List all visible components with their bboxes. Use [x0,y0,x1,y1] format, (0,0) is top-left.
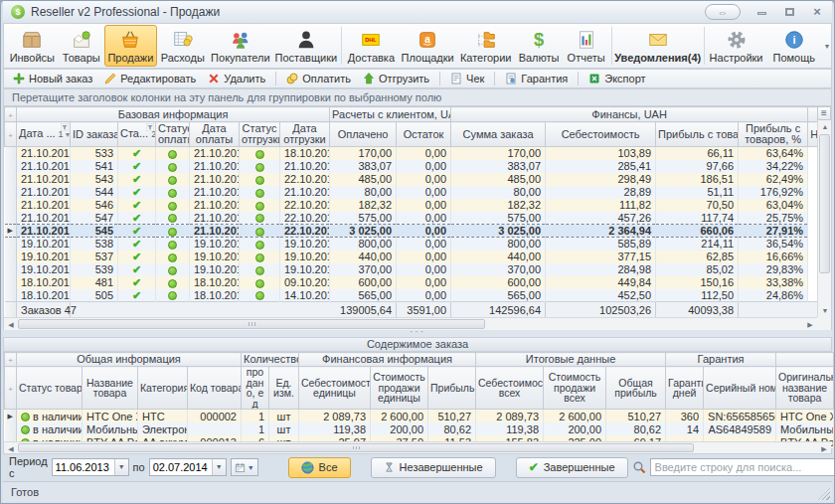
date-from-input[interactable] [53,461,114,473]
column-header-original-name[interactable]: Оригинальное название товара [776,367,834,410]
scroll-down-icon[interactable]: ▼ [818,304,832,317]
search-input[interactable] [650,458,835,476]
cell: 360 [666,410,704,423]
column-header-total-price[interactable]: Стоимость продажи всех [544,367,606,410]
column-header-cost[interactable]: Себестоимость [546,122,656,147]
column-header-item-code[interactable]: Код товара [188,367,242,410]
tab-invoices[interactable]: Инвойсы [6,25,59,67]
column-header-order-id[interactable]: ID заказа [71,122,118,147]
close-button[interactable]: × [810,6,824,18]
tab-currencies[interactable]: $ Валюты [515,25,564,67]
calendar-preset-button[interactable]: ▼ [231,458,258,476]
column-header-total-cost[interactable]: Себестоимость всех [476,367,544,410]
column-header-profit-percent[interactable]: Прибыль с товаров, % [739,122,808,147]
filter-icon[interactable] [61,123,69,131]
receipt-button[interactable]: Чек [445,72,489,85]
column-header-paid[interactable]: Оплачено [330,122,397,147]
filter-unfinished-button[interactable]: Незавершенные [371,457,496,478]
filter-all-button[interactable]: Все [288,457,351,478]
toolbar-separator [275,72,276,85]
column-header-payment-status[interactable]: Статус оплаты [156,122,190,147]
tab-categories[interactable]: Категории [457,25,515,67]
order-row[interactable]: 19.10.2013538✔19.10.201319.10.2013800,00… [5,238,820,251]
column-header-remainder[interactable]: Остаток [397,122,451,147]
column-header-payment-date[interactable]: Дата оплаты [190,122,240,147]
scrollbar-thumb[interactable] [18,443,694,452]
column-header-warranty-days[interactable]: Гарантия, дней [666,367,704,410]
order-item-row[interactable]: в наличииМобильный роутерЭлектроника1шт1… [5,422,834,435]
scrollbar-thumb[interactable] [819,134,830,273]
order-row[interactable]: 21.10.2013533✔21.10.201318.10.2013170,00… [5,147,820,160]
filter-finished-button[interactable]: ✔ Завершенные [516,457,628,478]
column-header-profit[interactable]: Прибыль с товаров [656,122,739,147]
tab-suppliers[interactable]: Поставщики [272,25,339,67]
ui-mode-toggle-icon[interactable]: ⇔ [705,4,741,20]
column-header-item-profit[interactable]: Прибыль [428,367,476,410]
tab-products[interactable]: Товары [59,25,104,67]
pay-button[interactable]: Оплатить [281,72,356,85]
tab-expenses[interactable]: Расходы [157,25,209,67]
date-from-picker[interactable]: ▼ [52,458,129,476]
cell: 150,16 [656,276,739,289]
date-to-picker[interactable]: ▼ [149,458,227,476]
ship-button[interactable]: Отгрузить [358,72,434,85]
order-row[interactable]: 18.10.2013481✔18.10.201309.10.2013600,00… [5,276,820,289]
tab-customers[interactable]: Покупатели [209,25,273,67]
column-header-unit[interactable]: Ед. изм. [269,367,299,410]
tab-reports[interactable]: Отчеты [563,25,608,67]
date-to-input[interactable] [150,461,212,473]
order-row[interactable]: 21.10.2013546✔21.10.201322.10.2013182,32… [5,199,820,212]
column-chooser-icon[interactable]: ≡ [817,106,831,120]
column-header-serial-number[interactable]: Серийный номер [704,367,776,410]
column-header-category[interactable]: Категория [138,367,188,410]
delete-button[interactable]: Удалить [203,72,270,85]
column-header-unit-price[interactable]: Стоимость продажи единицы [371,367,428,410]
warranty-button[interactable]: Гарантия [500,72,573,85]
minimize-button[interactable] [754,6,768,18]
column-header-total-profit[interactable]: Общая прибыль [606,367,666,410]
scroll-up-icon[interactable]: ▲ [818,120,832,133]
panel-splitter[interactable]: ··· [3,330,832,337]
cell: 21.10.2013 [190,212,240,225]
column-header-shipment-date[interactable]: Дата отгрузки [280,122,330,147]
column-header-order-date[interactable]: Дата ...1▼ [17,122,71,147]
resize-grip[interactable] [818,488,830,500]
svg-text:$: $ [534,29,544,50]
chevron-down-icon[interactable]: ▼ [114,459,128,475]
order-row[interactable]: 21.10.2013544✔21.10.201321.10.201380,000… [5,186,820,199]
horizontal-scrollbar[interactable]: ◀ ▶ [4,441,831,453]
chevron-down-icon[interactable]: ▾ [825,42,829,51]
maximize-button[interactable] [782,6,796,18]
tab-marketplaces[interactable]: a Площадки [399,25,457,67]
tab-delivery[interactable]: DHL Доставка [344,25,398,67]
column-header-unit-cost[interactable]: Себестоимость единицы [299,367,371,410]
edit-button[interactable]: Редактировать [99,72,201,85]
order-row[interactable]: 19.10.2013537✔19.10.201319.10.2013440,00… [5,251,820,263]
order-item-row[interactable]: ▶в наличииHTC One X BlackHTC0000021шт2 0… [5,410,834,423]
order-row[interactable]: 21.10.2013543✔21.10.201322.10.2013485,00… [5,173,820,186]
export-button[interactable]: Экспорт [584,72,650,85]
group-by-panel[interactable]: Перетащите заголовок колонки на эту пане… [3,88,832,106]
column-header-sold-qty[interactable]: продано, ед [242,367,269,410]
tab-notifications[interactable]: Уведомления(4) [614,25,702,67]
column-header-order-status[interactable]: Ста...2▲ [118,122,156,147]
cell: 440,00 [330,251,397,263]
tab-help[interactable]: i Помощь [766,26,823,67]
order-row[interactable]: 18.10.2013505✔18.10.201314.10.2013565,00… [5,289,820,302]
vertical-scrollbar[interactable]: ▲ ▼ [817,106,831,317]
column-header-order-sum[interactable]: Сумма заказа [451,122,546,147]
scroll-right-icon[interactable]: ▶ [817,442,831,455]
column-header-item-status[interactable]: Статус товара [17,367,83,410]
column-header-shipment-status[interactable]: Статус отгрузки [240,122,280,147]
column-header-item-name[interactable]: Название товара [83,367,138,410]
tab-settings[interactable]: Настройки [707,25,766,67]
order-row[interactable]: 21.10.2013541✔21.10.201321.10.2013383,07… [5,160,820,173]
new-order-button[interactable]: Новый заказ [8,72,97,85]
order-row[interactable]: 21.10.2013547✔21.10.201322.10.2013575,00… [5,212,820,225]
order-row[interactable]: 19.10.2013539✔19.10.201319.10.2013370,00… [5,263,820,276]
order-row[interactable]: ▶21.10.2013545✔21.10.201322.10.20133 025… [5,225,820,238]
filter-icon[interactable] [146,123,154,131]
scroll-left-icon[interactable]: ◀ [4,442,18,455]
chevron-down-icon[interactable]: ▼ [212,459,226,475]
tab-sales[interactable]: Продажи [104,25,157,67]
